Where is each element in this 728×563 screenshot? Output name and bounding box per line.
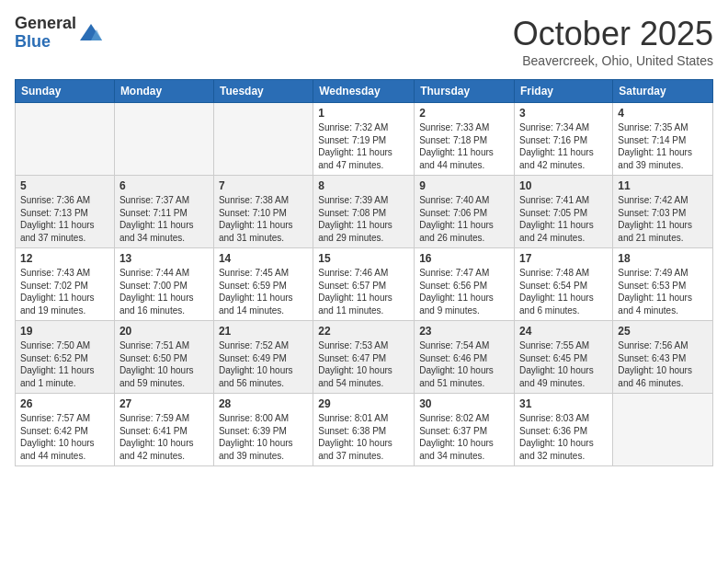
calendar-cell: 22Sunrise: 7:53 AM Sunset: 6:47 PM Dayli… <box>313 321 415 394</box>
calendar-cell: 19Sunrise: 7:50 AM Sunset: 6:52 PM Dayli… <box>16 321 115 394</box>
calendar-cell: 7Sunrise: 7:38 AM Sunset: 7:10 PM Daylig… <box>213 176 313 248</box>
day-number: 17 <box>519 252 608 265</box>
day-info: Sunrise: 7:41 AM Sunset: 7:05 PM Dayligh… <box>519 194 608 244</box>
day-header-thursday: Thursday <box>415 80 515 103</box>
calendar-cell: 5Sunrise: 7:36 AM Sunset: 7:13 PM Daylig… <box>16 176 115 248</box>
day-number: 25 <box>618 325 708 338</box>
title-block: October 2025 Beavercreek, Ohio, United S… <box>513 15 713 68</box>
calendar-week-row: 12Sunrise: 7:43 AM Sunset: 7:02 PM Dayli… <box>16 248 713 321</box>
day-info: Sunrise: 7:42 AM Sunset: 7:03 PM Dayligh… <box>618 194 708 244</box>
day-number: 5 <box>20 179 109 192</box>
day-info: Sunrise: 7:32 AM Sunset: 7:19 PM Dayligh… <box>318 121 409 171</box>
day-number: 27 <box>119 397 209 410</box>
calendar-cell: 18Sunrise: 7:49 AM Sunset: 6:53 PM Dayli… <box>613 248 713 321</box>
calendar-cell <box>114 103 213 176</box>
day-info: Sunrise: 7:35 AM Sunset: 7:14 PM Dayligh… <box>618 121 708 171</box>
day-info: Sunrise: 7:53 AM Sunset: 6:47 PM Dayligh… <box>318 339 409 389</box>
calendar-cell: 13Sunrise: 7:44 AM Sunset: 7:00 PM Dayli… <box>114 248 213 321</box>
day-info: Sunrise: 7:50 AM Sunset: 6:52 PM Dayligh… <box>20 339 109 389</box>
day-number: 31 <box>519 397 608 410</box>
day-info: Sunrise: 7:56 AM Sunset: 6:43 PM Dayligh… <box>618 339 708 389</box>
day-info: Sunrise: 7:48 AM Sunset: 6:54 PM Dayligh… <box>519 267 608 316</box>
day-info: Sunrise: 7:51 AM Sunset: 6:50 PM Dayligh… <box>119 339 209 389</box>
calendar-cell <box>213 103 313 176</box>
calendar-cell: 28Sunrise: 8:00 AM Sunset: 6:39 PM Dayli… <box>213 394 313 466</box>
day-header-friday: Friday <box>515 80 613 103</box>
day-info: Sunrise: 7:43 AM Sunset: 7:02 PM Dayligh… <box>20 267 109 316</box>
day-header-wednesday: Wednesday <box>313 80 415 103</box>
day-info: Sunrise: 7:54 AM Sunset: 6:46 PM Dayligh… <box>419 339 509 389</box>
day-info: Sunrise: 7:52 AM Sunset: 6:49 PM Dayligh… <box>219 339 308 389</box>
day-header-saturday: Saturday <box>613 80 713 103</box>
day-number: 2 <box>419 107 509 120</box>
calendar-cell: 27Sunrise: 7:59 AM Sunset: 6:41 PM Dayli… <box>114 394 213 466</box>
day-number: 4 <box>618 107 708 120</box>
day-number: 6 <box>119 179 209 192</box>
day-number: 29 <box>318 397 409 410</box>
day-header-tuesday: Tuesday <box>213 80 313 103</box>
day-number: 16 <box>419 252 509 265</box>
day-number: 15 <box>318 252 409 265</box>
calendar-cell: 9Sunrise: 7:40 AM Sunset: 7:06 PM Daylig… <box>415 176 515 248</box>
calendar-cell: 30Sunrise: 8:02 AM Sunset: 6:37 PM Dayli… <box>415 394 515 466</box>
calendar-header-row: SundayMondayTuesdayWednesdayThursdayFrid… <box>16 80 713 103</box>
calendar-cell: 12Sunrise: 7:43 AM Sunset: 7:02 PM Dayli… <box>16 248 115 321</box>
day-info: Sunrise: 7:36 AM Sunset: 7:13 PM Dayligh… <box>20 194 109 244</box>
day-info: Sunrise: 7:34 AM Sunset: 7:16 PM Dayligh… <box>519 121 608 171</box>
day-number: 1 <box>318 107 409 120</box>
calendar-cell: 11Sunrise: 7:42 AM Sunset: 7:03 PM Dayli… <box>613 176 713 248</box>
day-info: Sunrise: 8:00 AM Sunset: 6:39 PM Dayligh… <box>219 412 308 462</box>
calendar-cell: 8Sunrise: 7:39 AM Sunset: 7:08 PM Daylig… <box>313 176 415 248</box>
calendar-cell: 14Sunrise: 7:45 AM Sunset: 6:59 PM Dayli… <box>213 248 313 321</box>
calendar-cell: 15Sunrise: 7:46 AM Sunset: 6:57 PM Dayli… <box>313 248 415 321</box>
calendar-cell <box>613 394 713 466</box>
day-info: Sunrise: 7:55 AM Sunset: 6:45 PM Dayligh… <box>519 339 608 389</box>
day-number: 3 <box>519 107 608 120</box>
day-info: Sunrise: 7:47 AM Sunset: 6:56 PM Dayligh… <box>419 267 509 316</box>
calendar-week-row: 1Sunrise: 7:32 AM Sunset: 7:19 PM Daylig… <box>16 103 713 176</box>
day-number: 21 <box>219 325 308 338</box>
logo-icon <box>78 20 104 46</box>
day-number: 9 <box>419 179 509 192</box>
calendar-week-row: 19Sunrise: 7:50 AM Sunset: 6:52 PM Dayli… <box>16 321 713 394</box>
logo-general-text: General <box>15 15 76 33</box>
calendar-cell: 10Sunrise: 7:41 AM Sunset: 7:05 PM Dayli… <box>515 176 613 248</box>
day-info: Sunrise: 7:46 AM Sunset: 6:57 PM Dayligh… <box>318 267 409 316</box>
day-number: 7 <box>219 179 308 192</box>
day-number: 18 <box>618 252 708 265</box>
day-info: Sunrise: 7:38 AM Sunset: 7:10 PM Dayligh… <box>219 194 308 244</box>
calendar-cell: 17Sunrise: 7:48 AM Sunset: 6:54 PM Dayli… <box>515 248 613 321</box>
calendar-cell: 3Sunrise: 7:34 AM Sunset: 7:16 PM Daylig… <box>515 103 613 176</box>
day-info: Sunrise: 8:03 AM Sunset: 6:36 PM Dayligh… <box>519 412 608 462</box>
day-number: 30 <box>419 397 509 410</box>
day-number: 8 <box>318 179 409 192</box>
day-number: 24 <box>519 325 608 338</box>
day-number: 23 <box>419 325 509 338</box>
day-info: Sunrise: 7:44 AM Sunset: 7:00 PM Dayligh… <box>119 267 209 316</box>
calendar-cell: 23Sunrise: 7:54 AM Sunset: 6:46 PM Dayli… <box>415 321 515 394</box>
day-info: Sunrise: 7:40 AM Sunset: 7:06 PM Dayligh… <box>419 194 509 244</box>
day-header-monday: Monday <box>114 80 213 103</box>
day-number: 13 <box>119 252 209 265</box>
location: Beavercreek, Ohio, United States <box>513 53 713 68</box>
calendar-cell: 24Sunrise: 7:55 AM Sunset: 6:45 PM Dayli… <box>515 321 613 394</box>
day-number: 28 <box>219 397 308 410</box>
calendar-cell: 16Sunrise: 7:47 AM Sunset: 6:56 PM Dayli… <box>415 248 515 321</box>
month-title: October 2025 <box>513 15 713 53</box>
day-info: Sunrise: 7:45 AM Sunset: 6:59 PM Dayligh… <box>219 267 308 316</box>
page-header: General Blue October 2025 Beavercreek, O… <box>15 15 713 68</box>
calendar-cell: 20Sunrise: 7:51 AM Sunset: 6:50 PM Dayli… <box>114 321 213 394</box>
calendar-table: SundayMondayTuesdayWednesdayThursdayFrid… <box>15 79 713 466</box>
day-info: Sunrise: 7:57 AM Sunset: 6:42 PM Dayligh… <box>20 412 109 462</box>
calendar-cell: 31Sunrise: 8:03 AM Sunset: 6:36 PM Dayli… <box>515 394 613 466</box>
calendar-cell: 6Sunrise: 7:37 AM Sunset: 7:11 PM Daylig… <box>114 176 213 248</box>
calendar-cell: 21Sunrise: 7:52 AM Sunset: 6:49 PM Dayli… <box>213 321 313 394</box>
day-info: Sunrise: 7:39 AM Sunset: 7:08 PM Dayligh… <box>318 194 409 244</box>
calendar-cell: 4Sunrise: 7:35 AM Sunset: 7:14 PM Daylig… <box>613 103 713 176</box>
day-info: Sunrise: 7:33 AM Sunset: 7:18 PM Dayligh… <box>419 121 509 171</box>
day-number: 26 <box>20 397 109 410</box>
day-info: Sunrise: 7:59 AM Sunset: 6:41 PM Dayligh… <box>119 412 209 462</box>
day-info: Sunrise: 7:49 AM Sunset: 6:53 PM Dayligh… <box>618 267 708 316</box>
day-number: 14 <box>219 252 308 265</box>
calendar-cell: 26Sunrise: 7:57 AM Sunset: 6:42 PM Dayli… <box>16 394 115 466</box>
